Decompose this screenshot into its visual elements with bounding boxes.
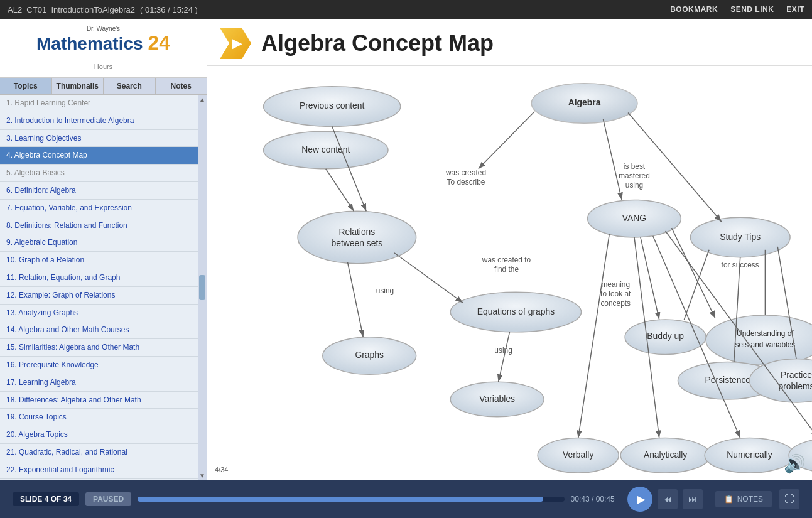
bottom-bar: SLIDE 4 OF 34 PAUSED 00:43 / 00:45 ▶ ⏮ ⏭… bbox=[0, 480, 812, 518]
node-buddy-up-label: Buddy up bbox=[647, 331, 684, 341]
notes-icon: 📋 bbox=[724, 495, 734, 504]
sidebar-item-19[interactable]: 19. Course Topics bbox=[0, 409, 198, 426]
connector-created-describe2: To describe bbox=[447, 178, 485, 186]
tab-search[interactable]: Search bbox=[104, 78, 156, 94]
line-alg-describe bbox=[479, 111, 534, 168]
line-alg-vang bbox=[603, 119, 622, 200]
speaker-icon[interactable]: 🔊 bbox=[784, 453, 806, 474]
exit-button[interactable]: EXIT bbox=[786, 5, 804, 14]
line-rel-graphs bbox=[347, 262, 363, 337]
node-numerically-label: Numerically bbox=[727, 450, 772, 460]
connector-created-describe: was created bbox=[445, 168, 486, 177]
sidebar-item-11[interactable]: 11. Relation, Equation, and Graph bbox=[0, 269, 198, 287]
content-header: Algebra Concept Map bbox=[207, 19, 812, 66]
node-verbally-label: Verbally bbox=[563, 450, 593, 460]
sidebar-item-12[interactable]: 12. Example: Graph of Relations bbox=[0, 287, 198, 305]
notes-label: NOTES bbox=[737, 495, 763, 504]
time-total: 00:45 bbox=[596, 495, 615, 504]
line-vang-verbally bbox=[578, 234, 610, 438]
sidebar: Dr. Wayne's Mathematics 24 Hours Topics … bbox=[0, 19, 207, 480]
connector-meaning1: meaning bbox=[601, 280, 630, 289]
notes-button[interactable]: 📋 NOTES bbox=[715, 491, 772, 507]
top-bar-right: BOOKMARK SEND LINK EXIT bbox=[670, 5, 804, 14]
sidebar-item-17[interactable]: 17. Learning Algebra bbox=[0, 374, 198, 392]
sidebar-item-13[interactable]: 13. Analyzing Graphs bbox=[0, 305, 198, 322]
top-bar-left: AL2_CT01_IntroductionToAlgebra2 ( 01:36 … bbox=[8, 5, 198, 14]
line-eq-var bbox=[499, 332, 510, 382]
connector-find2: find the bbox=[494, 265, 519, 274]
node-practice-label2: problems bbox=[778, 381, 812, 391]
sidebar-item-14[interactable]: 14. Algebra and Other Math Courses bbox=[0, 321, 198, 339]
sidebar-item-23[interactable]: 23. Conic Sections bbox=[0, 479, 198, 480]
sidebar-item-8[interactable]: 8. Definitions: Relation and Function bbox=[0, 217, 198, 235]
node-relations-label1: Relations bbox=[338, 227, 375, 237]
logo-math: Mathematics bbox=[36, 34, 143, 53]
progress-fill bbox=[138, 497, 543, 502]
node-vang-label: VANG bbox=[622, 213, 646, 223]
sidebar-tabs: Topics Thumbnails Search Notes bbox=[0, 78, 207, 95]
node-persistence-label: Persistence bbox=[705, 375, 751, 385]
connector-meaning2: to look at bbox=[600, 289, 631, 298]
connector-best-mastered: is best bbox=[624, 162, 646, 171]
sidebar-item-1: 1. Rapid Learning Center bbox=[0, 95, 198, 112]
sidebar-scrollbar[interactable]: ▲ ▼ bbox=[198, 95, 207, 480]
line-rel-eq bbox=[394, 253, 463, 303]
sidebar-item-15[interactable]: 15. Similarities: Algebra and Other Math bbox=[0, 339, 198, 357]
connector-best-mastered2: mastered bbox=[619, 171, 650, 180]
sidebar-list-container: 1. Rapid Learning Center2. Introduction … bbox=[0, 95, 207, 480]
node-understanding-label1: Understanding of bbox=[737, 329, 794, 338]
bookmark-button[interactable]: BOOKMARK bbox=[670, 5, 718, 14]
scrollbar-thumb[interactable] bbox=[199, 275, 205, 300]
main-layout: Dr. Wayne's Mathematics 24 Hours Topics … bbox=[0, 19, 812, 480]
sidebar-item-18[interactable]: 18. Differences: Algebra and Other Math bbox=[0, 392, 198, 409]
fullscreen-button[interactable]: ⛶ bbox=[779, 489, 799, 509]
sidebar-item-10[interactable]: 10. Graph of a Relation bbox=[0, 252, 198, 269]
node-previous-content-label: Previous content bbox=[300, 100, 364, 111]
header-icon bbox=[220, 28, 251, 59]
connector-using2: using bbox=[494, 346, 512, 355]
node-equations-label: Equations of graphs bbox=[477, 306, 555, 316]
node-understanding-label2: sets and variables bbox=[735, 340, 795, 349]
sidebar-item-5: 5. Algebra Basics bbox=[0, 165, 198, 182]
tab-notes[interactable]: Notes bbox=[156, 78, 207, 94]
time-current: 00:43 bbox=[571, 495, 590, 504]
sidebar-item-6[interactable]: 6. Definition: Algebra bbox=[0, 182, 198, 200]
node-graphs-label: Graphs bbox=[355, 350, 384, 360]
paused-badge: PAUSED bbox=[85, 492, 131, 506]
node-study-tips-label: Study Tips bbox=[720, 232, 761, 242]
logo-num: 24 bbox=[148, 31, 170, 54]
tab-thumbnails[interactable]: Thumbnails bbox=[52, 78, 104, 94]
right-controls: 📋 NOTES ⛶ bbox=[715, 489, 799, 509]
sidebar-item-4[interactable]: 4. Algebra Concept Map bbox=[0, 147, 198, 165]
time-label: ( 01:36 / 15:24 ) bbox=[140, 5, 198, 14]
prev-button[interactable]: ⏮ bbox=[658, 489, 678, 509]
filename-label: AL2_CT01_IntroductionToAlgebra2 bbox=[8, 5, 135, 14]
progress-bar bbox=[138, 497, 564, 502]
connector-find1: was created to bbox=[482, 256, 531, 264]
sidebar-item-21[interactable]: 21. Quadratic, Radical, and Rational bbox=[0, 444, 198, 461]
sendlink-button[interactable]: SEND LINK bbox=[730, 5, 774, 14]
sidebar-item-9[interactable]: 9. Algebraic Equation bbox=[0, 234, 198, 252]
logo-hours: Hours bbox=[94, 63, 112, 70]
sidebar-item-3[interactable]: 3. Learning Objectives bbox=[0, 130, 198, 148]
time-sep: / bbox=[592, 495, 596, 504]
next-button[interactable]: ⏭ bbox=[683, 489, 703, 509]
content-title: Algebra Concept Map bbox=[261, 30, 494, 57]
tab-topics[interactable]: Topics bbox=[0, 78, 52, 94]
logo-title: Mathematics 24 Hours bbox=[8, 32, 199, 73]
sidebar-item-7[interactable]: 7. Equation, Variable, and Expression bbox=[0, 200, 198, 217]
content-area: Algebra Concept Map Previ bbox=[207, 19, 812, 480]
sidebar-list: 1. Rapid Learning Center2. Introduction … bbox=[0, 95, 198, 480]
connector-using1: using bbox=[376, 286, 394, 295]
progress-section: SLIDE 4 OF 34 PAUSED 00:43 / 00:45 bbox=[13, 492, 615, 506]
node-relations-label2: between sets bbox=[331, 238, 382, 248]
logo-sub: Dr. Wayne's bbox=[8, 25, 199, 32]
node-algebra-label: Algebra bbox=[568, 97, 601, 107]
sidebar-item-20[interactable]: 20. Algebra Topics bbox=[0, 426, 198, 444]
slide-info-badge: SLIDE 4 OF 34 bbox=[13, 492, 79, 506]
connector-best-mastered3: using bbox=[625, 181, 643, 190]
sidebar-item-22[interactable]: 22. Exponential and Logarithmic bbox=[0, 461, 198, 479]
play-button[interactable]: ▶ bbox=[627, 487, 652, 512]
sidebar-item-16[interactable]: 16. Prerequisite Knowledge bbox=[0, 357, 198, 374]
sidebar-item-2[interactable]: 2. Introduction to Intermediate Algebra bbox=[0, 112, 198, 130]
